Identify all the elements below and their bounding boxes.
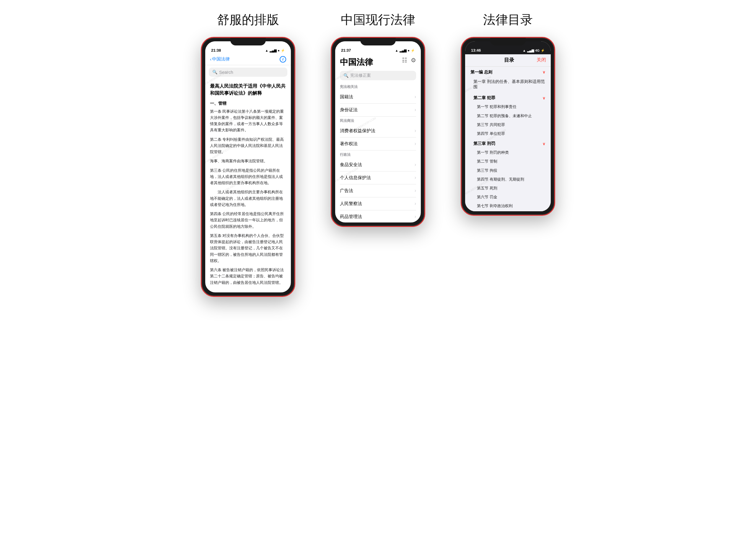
toc-entry-13[interactable]: 第六节 罚金 <box>469 193 547 202</box>
chevron-2-3: › <box>415 201 416 206</box>
chevron-1-1: › <box>415 141 416 146</box>
paragraph-5: 第四条 公民的经常居住地是指公民离开住所地至起诉时已连续居住一年以上的地方，但公… <box>210 211 286 230</box>
law-name-0-1: 身份证法 <box>340 107 358 113</box>
chevron-2-1: › <box>415 175 416 180</box>
toc-entry-0[interactable]: 第一编 总则 ∨ <box>469 67 547 77</box>
toc-entry-text-5: 第三节 共同犯罪 <box>477 123 505 127</box>
law-item-2-4[interactable]: 药品管理法 › <box>340 211 416 223</box>
toc-title-3: 目录 <box>482 57 537 63</box>
phone-2-inner: 21:37 ▲ ▂▄▆ ● ⚡ ☷ ⚙ 中国法律 <box>335 41 421 223</box>
toc-entry-text-8: 第一节 刑罚的种类 <box>477 150 509 155</box>
section-title-2: 中国现行法律 <box>341 12 415 28</box>
law-name-2-4: 药品管理法 <box>340 214 362 220</box>
search-placeholder-2: 宪法修正案 <box>350 73 371 78</box>
law-name-1-0: 消费者权益保护法 <box>340 128 375 134</box>
paragraph-4: 法人或者其他组织的主要办事机构所在地不能确定的，法人或者其他组织的注册地或者登记… <box>210 189 286 208</box>
toc-entry-12[interactable]: 第五节 死刑 <box>469 184 547 193</box>
toc-entry-3[interactable]: 第一节 犯罪和刑事责任 <box>469 102 547 111</box>
toc-entry-text-14: 第七节 剥夺政治权利 <box>477 204 513 208</box>
paragraph-2: 海事、海商案件由海事法院管辖。 <box>210 158 286 164</box>
law-item-0-1[interactable]: 身份证法 › <box>340 104 416 117</box>
chevron-2-0: › <box>415 162 416 167</box>
law-item-2-1[interactable]: 个人信息保护法 › <box>340 172 416 185</box>
toc-entry-2[interactable]: 第二章 犯罪 ∨ <box>469 92 547 102</box>
chevron-2-2: › <box>415 188 416 193</box>
law-item-2-0[interactable]: 食品安全法 › <box>340 159 416 172</box>
phone-1-inner: 21:38 ▲ ▂▄▆ ● ⚡ ‹ 中国法律 i <box>205 41 291 292</box>
chevron-0-0: › <box>415 94 416 100</box>
toc-header-3: 目录 关闭 <box>465 54 551 67</box>
law-item-0-0[interactable]: 国籍法 › <box>340 91 416 104</box>
info-button-1[interactable]: i <box>280 56 286 63</box>
paragraph-1: 第二条 专利纠纷案件由知识产权法院、最高人民法院确定的中级人民法院和基层人民法院… <box>210 137 286 156</box>
phone-1: 21:38 ▲ ▂▄▆ ● ⚡ ‹ 中国法律 i <box>201 37 295 297</box>
status-icons-2: ▲ ▂▄▆ ● ⚡ <box>395 49 415 53</box>
law-name-2-0: 食品安全法 <box>340 162 362 168</box>
paragraph-6: 第五条 对没有办事机构的个人合伙、合伙型联营体提起的诉讼，由被告注册登记地人民法… <box>210 233 286 264</box>
chevron-0-1: › <box>415 107 416 112</box>
notch-1 <box>230 38 266 45</box>
law-name-2-1: 个人信息保护法 <box>340 175 371 181</box>
signal-icon-1: ▂▄▆ <box>270 49 277 53</box>
settings-icon-2[interactable]: ⚙ <box>411 57 416 64</box>
wifi-icon-2: ● <box>408 49 410 52</box>
search-bar-1[interactable]: 🔍 Search <box>209 68 287 77</box>
toc-entry-text-9: 第二节 管制 <box>477 159 497 164</box>
paragraph-3: 第三条 公民的住所地是指公民的户籍所在地，法人或者其他组织的住所地是指法人或者其… <box>210 168 286 187</box>
chevron-2-4: › <box>415 214 416 219</box>
category-label-2: 行政法 <box>340 151 416 159</box>
battery-icon-1: ⚡ <box>281 49 285 53</box>
back-button-1[interactable]: ‹ 中国法律 <box>210 56 230 62</box>
toc-entry-8[interactable]: 第一节 刑罚的种类 <box>469 148 547 157</box>
toc-entry-text-2: 第二章 犯罪 <box>473 95 495 101</box>
law-item-1-0[interactable]: 消费者权益保护法 › <box>340 125 416 138</box>
search-icon-2: 🔍 <box>343 73 348 78</box>
list-icon-2[interactable]: ☷ <box>402 57 407 64</box>
toc-entry-4[interactable]: 第二节 犯罪的预备、未遂和中止 <box>469 112 547 120</box>
toc-entry-1[interactable]: 第一章 刑法的任务、基本原则和适用范围 <box>469 77 547 93</box>
phone-section-3: 法律目录 13:46 ▲ ▂▄▆ 4G ⚡ 目录 <box>452 12 564 216</box>
section-title-1: 舒服的排版 <box>217 12 279 28</box>
phone-2: 21:37 ▲ ▂▄▆ ● ⚡ ☷ ⚙ 中国法律 <box>331 37 425 227</box>
status-time-3: 13:46 <box>471 48 481 53</box>
law-item-2-3[interactable]: 人民警察法 › <box>340 198 416 211</box>
toc-entry-5[interactable]: 第三节 共同犯罪 <box>469 120 547 129</box>
category-label-0: 宪法相关法 <box>340 83 416 91</box>
signal-icon-2: ▂▄▆ <box>400 49 407 53</box>
toc-entry-text-6: 第四节 单位犯罪 <box>477 131 505 136</box>
phone-3-inner: 13:46 ▲ ▂▄▆ 4G ⚡ 目录 关闭 <box>465 41 551 211</box>
notch-3 <box>490 38 526 45</box>
toc-entry-14[interactable]: 第七节 剥夺政治权利 <box>469 202 547 211</box>
toc-entry-text-13: 第六节 罚金 <box>477 195 497 199</box>
status-icons-1: ▲ ▂▄▆ ● ⚡ <box>265 49 285 53</box>
status-time-1: 21:38 <box>211 48 221 53</box>
toc-entry-15[interactable]: 第八节 没收财产 <box>469 211 547 211</box>
search-bar-2[interactable]: 🔍 宪法修正案 <box>340 71 416 80</box>
toc-entry-7[interactable]: 第三章 刑罚 ∨ <box>469 138 547 148</box>
chevron-down-0: ∨ <box>542 70 545 74</box>
location-icon-2: ▲ <box>395 49 398 52</box>
toc-entry-9[interactable]: 第二节 管制 <box>469 157 547 166</box>
section-title-3: 法律目录 <box>483 12 533 28</box>
chevron-down-2: ∨ <box>542 96 545 100</box>
section-heading-1: 一、管辖 <box>210 101 286 106</box>
toc-entry-11[interactable]: 第四节 有期徒刑、无期徒刑 <box>469 175 547 184</box>
battery-icon-3: ⚡ <box>541 49 545 53</box>
phone-section-1: 舒服的排版 21:38 ▲ ▂▄▆ ● ⚡ ‹ <box>192 12 304 297</box>
law-name-1-1: 著作权法 <box>340 141 358 147</box>
battery-icon-2: ⚡ <box>411 49 415 53</box>
signal-icon-3: ▂▄▆ <box>527 49 534 53</box>
toc-entry-text-7: 第三章 刑罚 <box>473 141 495 146</box>
search-placeholder-1: Search <box>219 70 233 75</box>
toc-entry-10[interactable]: 第三节 拘役 <box>469 166 547 175</box>
4g-label-3: 4G <box>535 49 540 52</box>
status-icons-3: ▲ ▂▄▆ 4G ⚡ <box>523 49 545 53</box>
toc-close-button-3[interactable]: 关闭 <box>537 57 546 63</box>
law-item-2-2[interactable]: 广告法 › <box>340 185 416 198</box>
toc-entry-text-12: 第五节 死刑 <box>477 186 497 190</box>
chevron-1-0: › <box>415 128 416 133</box>
notch-2 <box>360 38 396 45</box>
toc-entry-6[interactable]: 第四节 单位犯罪 <box>469 129 547 138</box>
law-name-2-3: 人民警察法 <box>340 201 362 207</box>
law-item-1-1[interactable]: 著作权法 › <box>340 138 416 151</box>
